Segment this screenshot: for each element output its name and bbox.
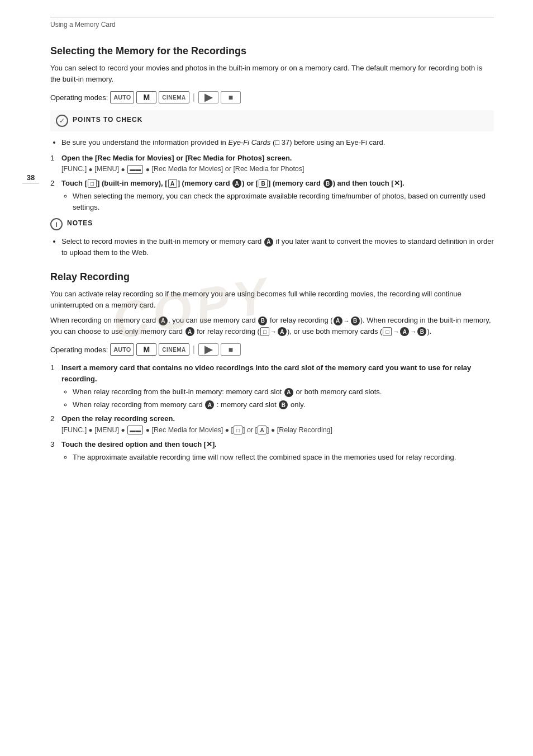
operating-modes-label: Operating modes: — [50, 93, 108, 102]
relay-b: B — [351, 316, 360, 325]
points-check-label: POINTS TO CHECK — [73, 115, 142, 124]
section2-intro2: When recording on memory card A, you can… — [50, 315, 494, 337]
section-selecting-memory: Selecting the Memory for the Recordings … — [50, 45, 494, 258]
notes-list: Select to record movies in the built-in … — [50, 236, 494, 258]
s2-builtin: □ — [234, 426, 242, 434]
card-a-badge: A — [232, 179, 241, 188]
s2-arrow4: ● — [225, 425, 229, 435]
section-relay-recording: Relay Recording You can activate relay r… — [50, 271, 494, 462]
slot-b1: B — [279, 400, 288, 409]
notes-card-a: A — [264, 238, 273, 247]
s2-step3-bullets: The approximate available recording time… — [61, 452, 494, 463]
s2-step2-text: Open the relay recording screen. — [61, 414, 175, 423]
s2-step3: 3 Touch the desired option and then touc… — [50, 439, 494, 463]
arrow1: ● — [89, 164, 93, 174]
s2-step1-num: 1 — [50, 362, 54, 374]
built-in-icon: □ — [88, 179, 97, 188]
s2-arrow5: ● — [271, 425, 275, 435]
s2-step2-num: 2 — [50, 413, 54, 424]
mode-cinema: CINEMA — [159, 91, 189, 103]
card-a-bullet: A — [205, 400, 214, 409]
section2-steps: 1 Insert a memory card that contains no … — [50, 362, 494, 462]
section2-intro1: You can activate relay recording so if t… — [50, 289, 494, 310]
s2-step1: 1 Insert a memory card that contains no … — [50, 362, 494, 410]
s2-step1-bullet1: When relay recording from the built-in m… — [73, 386, 494, 398]
section1-intro: You can select to record your movies and… — [50, 63, 494, 84]
mode-photo: ■ — [221, 91, 241, 103]
s2-step3-num: 3 — [50, 439, 54, 450]
step2-num: 2 — [50, 178, 54, 189]
mode-auto2: AUTO — [110, 343, 134, 356]
mode-video2: ▶ — [198, 343, 218, 356]
card-a-inline2: A — [185, 327, 194, 336]
s2-step3-bullet1: The approximate available recording time… — [73, 452, 494, 463]
card-b-badge: B — [323, 179, 332, 188]
card-a-inline1: A — [159, 316, 168, 325]
operating-modes-2: Operating modes: AUTO M CINEMA | ▶ ■ — [50, 343, 494, 356]
relay-a3: A — [400, 327, 409, 336]
arrow-relay2: → — [270, 327, 277, 337]
slot-a1: A — [284, 388, 293, 397]
arrow-relay3: → — [393, 327, 399, 337]
notes-item1: Select to record movies in the built-in … — [61, 236, 494, 258]
builtin-icon1: □ — [260, 327, 269, 336]
section2-title: Relay Recording — [50, 271, 494, 283]
s2-step1-bullets: When relay recording from the built-in m… — [61, 386, 494, 410]
s2-step3-text: Touch the desired option and then touch … — [61, 440, 217, 448]
step2-text: Touch [□] (built-in memory), [A] (memory… — [61, 179, 404, 187]
step2: 2 Touch [□] (built-in memory), [A] (memo… — [50, 178, 494, 213]
page-container: Using a Memory Card 38 COPY Selecting th… — [0, 0, 533, 494]
card-a-bracket: A — [168, 179, 177, 188]
points-check-list: Be sure you understand the information p… — [50, 137, 494, 148]
s2-arrow2: ● — [121, 425, 125, 435]
operating-modes-label2: Operating modes: — [50, 346, 108, 354]
section1-steps: 1 Open the [Rec Media for Movies] or [Re… — [50, 153, 494, 213]
step1-text: Open the [Rec Media for Movies] or [Rec … — [61, 154, 292, 162]
s2-arrow3: ● — [146, 425, 150, 435]
top-rule — [50, 17, 494, 17]
step2-bullets: When selecting the memory, you can check… — [61, 191, 494, 212]
mode-m: M — [136, 91, 156, 103]
page-header: Using a Memory Card — [50, 21, 494, 29]
mode-auto: AUTO — [110, 91, 134, 103]
s2-rec-media-icon: ▬▬ — [127, 426, 143, 434]
relay-a: A — [334, 316, 342, 325]
mode-photo2: ■ — [221, 343, 241, 356]
notes-label: NOTES — [67, 218, 93, 227]
separator-pipe-2: | — [193, 344, 195, 355]
step1-num: 1 — [50, 153, 54, 164]
relay-a2: A — [278, 327, 287, 336]
arrow3: ● — [146, 164, 150, 174]
card-b-bracket: B — [259, 179, 268, 188]
step1: 1 Open the [Rec Media for Movies] or [Re… — [50, 153, 494, 174]
info-icon: i — [50, 218, 63, 230]
card-b-inline1: B — [258, 316, 267, 325]
mode-cinema2: CINEMA — [159, 343, 189, 356]
mode-video: ▶ — [198, 91, 218, 103]
step1-detail: [FUNC.] ● [MENU] ● ▬▬ ● [Rec Media for M… — [61, 165, 304, 173]
check-icon — [56, 115, 68, 127]
s2-step2: 2 Open the relay recording screen. [FUNC… — [50, 413, 494, 435]
operating-modes-1: Operating modes: AUTO M CINEMA | ▶ ■ — [50, 91, 494, 103]
points-check-item: Be sure you understand the information p… — [61, 137, 494, 148]
notes-box: i NOTES — [50, 218, 494, 230]
builtin-icon2: □ — [383, 327, 392, 336]
mode-m2: M — [136, 343, 156, 356]
arrow-relay1: → — [344, 316, 350, 326]
step2-bullet1: When selecting the memory, you can check… — [73, 191, 494, 212]
separator-pipe-1: | — [193, 92, 195, 102]
s2-step1-bullet2: When relay recording from memory card A … — [73, 399, 494, 410]
arrow-relay4: → — [410, 327, 416, 337]
arrow2: ● — [121, 164, 125, 174]
s2-card-a: A — [258, 426, 266, 434]
points-check-box: POINTS TO CHECK — [50, 110, 494, 131]
section1-title: Selecting the Memory for the Recordings — [50, 45, 494, 57]
s2-arrow1: ● — [89, 425, 93, 435]
page-number: 38 — [22, 173, 39, 183]
s2-step1-text: Insert a memory card that contains no vi… — [61, 363, 471, 383]
s2-step2-detail: [FUNC.] ● [MENU] ● ▬▬ ● [Rec Media for M… — [61, 426, 332, 434]
rec-media-icon: ▬▬ — [127, 165, 143, 174]
relay-b2: B — [417, 327, 426, 336]
